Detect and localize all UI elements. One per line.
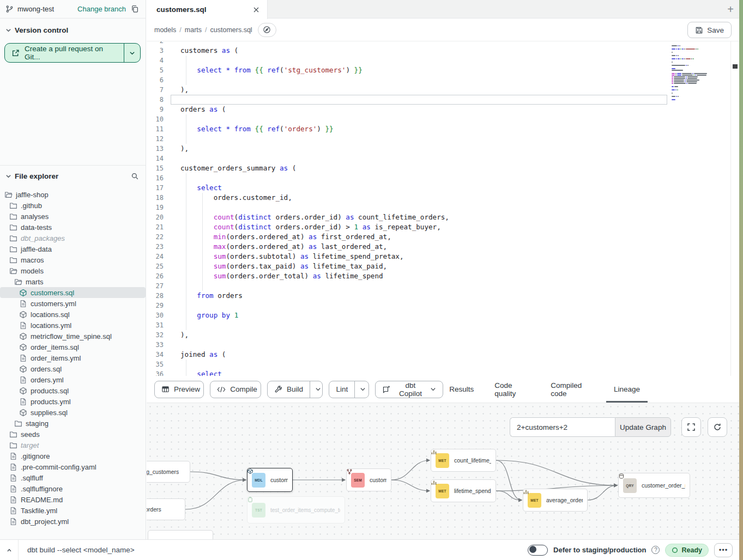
code-line-10[interactable]: 10 <box>147 114 739 124</box>
code-line-6[interactable]: 6 <box>147 75 739 85</box>
code-line-32[interactable]: 32), <box>147 330 739 340</box>
tab-results[interactable]: Results <box>449 376 474 403</box>
build-button[interactable]: Build <box>267 381 323 398</box>
code-line-15[interactable]: 15customer_orders_summary as ( <box>147 163 739 173</box>
preview-button[interactable]: Preview <box>154 381 204 398</box>
expand-command-bar-button[interactable] <box>0 540 19 560</box>
copy-branch-button[interactable] <box>130 4 140 14</box>
editor-scrollbar[interactable] <box>730 41 739 376</box>
lint-options-caret[interactable] <box>354 381 369 398</box>
file-search-button[interactable] <box>130 171 140 181</box>
code-line-26[interactable]: 26 sum(orders.order_total) as lifetime_s… <box>147 271 739 281</box>
tree-item-marts[interactable]: marts <box>0 276 146 287</box>
lineage-node-test_orders[interactable]: TSTtest_order_items_compute_to_bools... <box>247 496 345 524</box>
lineage-node-customer_order_metrics[interactable]: QRYcustomer_order_metrics <box>618 473 690 498</box>
code-line-4[interactable]: 4 <box>147 56 739 65</box>
breadcrumb-marts[interactable]: marts <box>185 26 202 34</box>
code-line-30[interactable]: 30 group by 1 <box>147 311 739 320</box>
breadcrumb-file[interactable]: customers.sql <box>210 26 252 34</box>
explore-docs-button[interactable] <box>258 23 276 37</box>
code-line-18[interactable]: 18 orders.customer_id, <box>147 193 739 203</box>
close-tab-button[interactable] <box>253 7 259 13</box>
tree-item-metricflow-time-spine-sql[interactable]: metricflow_time_spine.sql <box>0 331 146 342</box>
lineage-node-stg_customers[interactable]: stg_customers <box>147 461 190 483</box>
code-line-25[interactable]: 25 sum(orders.tax_paid) as lifetime_tax_… <box>147 261 739 271</box>
tree-item-target[interactable]: target <box>0 440 146 451</box>
refresh-button[interactable] <box>708 417 727 437</box>
minimap[interactable] <box>672 44 716 101</box>
code-line-20[interactable]: 20 count(distinct orders.order_id) as co… <box>147 212 739 222</box>
code-line-11[interactable]: 11 select * from {{ ref('orders') }} <box>147 124 739 134</box>
command-input[interactable]: dbt build --select <model_name> <box>19 546 135 554</box>
tree-item-locations-sql[interactable]: locations.sql <box>0 309 146 320</box>
code-line-31[interactable]: 31 <box>147 320 739 330</box>
tree-item-products-yml[interactable]: products.yml <box>0 396 146 407</box>
tree-item-models[interactable]: models <box>0 265 146 276</box>
tree-item-dbt-project-yml[interactable]: dbt_project.yml <box>0 516 146 527</box>
scrollbar-handle[interactable] <box>733 64 738 69</box>
tab-lineage[interactable]: Lineage <box>614 376 640 403</box>
tree-item--gitignore[interactable]: .gitignore <box>0 451 146 461</box>
lint-button[interactable]: Lint <box>329 381 369 398</box>
lineage-node-orders_src[interactable]: orders <box>147 498 185 520</box>
lineage-node-partial_node[interactable] <box>148 530 213 539</box>
tree-item-jaffle-shop[interactable]: jaffle-shop <box>0 189 146 200</box>
lineage-selector-input[interactable] <box>510 417 615 437</box>
lineage-node-average_order_value[interactable]: METaverage_order_value <box>523 489 588 512</box>
tree-item-analyses[interactable]: analyses <box>0 211 146 222</box>
tree-item-taskfile-yml[interactable]: Taskfile.yml <box>0 505 146 516</box>
status-badge[interactable]: Ready <box>665 544 709 557</box>
code-line-23[interactable]: 23 max(orders.ordered_at) as last_ordere… <box>147 242 739 252</box>
lineage-node-count_lifetime_orders[interactable]: METcount_lifetime_orders <box>431 449 496 472</box>
code-line-24[interactable]: 24 sum(orders.subtotal) as lifetime_spen… <box>147 252 739 261</box>
tree-item-staging[interactable]: staging <box>0 418 146 429</box>
tree-item-jaffle-data[interactable]: jaffle-data <box>0 244 146 254</box>
code-editor[interactable]: 23customers as (45 select * from {{ ref(… <box>147 41 739 376</box>
tree-item-seeds[interactable]: seeds <box>0 429 146 440</box>
code-line-28[interactable]: 28 from orders <box>147 291 739 301</box>
code-line-34[interactable]: 34joined as ( <box>147 350 739 360</box>
code-line-36[interactable]: 36 select <box>147 369 739 376</box>
new-tab-button[interactable]: + <box>723 2 738 16</box>
code-line-5[interactable]: 5 select * from {{ ref('stg_customers') … <box>147 65 739 75</box>
code-line-27[interactable]: 27 <box>147 281 739 291</box>
tree-item-macros[interactable]: macros <box>0 254 146 265</box>
lineage-node-customers_sem[interactable]: SEMcustomers <box>346 468 391 491</box>
build-options-caret[interactable] <box>310 381 323 398</box>
tree-item-order-items-sql[interactable]: order_items.sql <box>0 342 146 352</box>
tree-item-products-sql[interactable]: products.sql <box>0 385 146 396</box>
tree-item-customers-yml[interactable]: customers.yml <box>0 298 146 309</box>
pr-options-caret[interactable] <box>124 44 140 62</box>
file-explorer-header[interactable]: File explorer <box>0 166 146 185</box>
code-line-19[interactable]: 19 <box>147 203 739 212</box>
tree-item--sqlfluffignore[interactable]: .sqlfluffignore <box>0 483 146 494</box>
tree-item-orders-yml[interactable]: orders.yml <box>0 374 146 385</box>
lineage-canvas[interactable]: Update Graph stg_customersordersMDLcusto… <box>147 403 739 539</box>
lineage-node-customers_mdl[interactable]: MDLcustomers <box>247 468 293 492</box>
code-line-9[interactable]: 9orders as ( <box>147 105 739 114</box>
fullscreen-button[interactable] <box>681 417 701 437</box>
code-line-21[interactable]: 21 count(distinct orders.order_id) > 1 a… <box>147 222 739 232</box>
create-pr-button[interactable]: Create a pull request on Git... <box>4 43 141 63</box>
tree-item-dbt-packages[interactable]: dbt_packages <box>0 233 146 244</box>
code-line-14[interactable]: 14 <box>147 154 739 163</box>
help-icon[interactable]: ? <box>651 546 660 554</box>
tree-item-supplies-sql[interactable]: supplies.sql <box>0 407 146 418</box>
tree-item-data-tests[interactable]: data-tests <box>0 222 146 233</box>
tab-code-quality[interactable]: Code quality <box>494 376 530 403</box>
code-line-22[interactable]: 22 min(orders.ordered_at) as first_order… <box>147 232 739 242</box>
tree-item-customers-sql[interactable]: customers.sql <box>0 287 146 298</box>
tree-item-locations-yml[interactable]: locations.yml <box>0 320 146 331</box>
code-line-35[interactable]: 35 <box>147 360 739 369</box>
tree-item-orders-sql[interactable]: orders.sql <box>0 363 146 374</box>
tree-item--github[interactable]: .github <box>0 200 146 211</box>
code-line-12[interactable]: 12 <box>147 134 739 144</box>
compile-button[interactable]: Compile <box>210 381 261 398</box>
tree-item--sqlfluff[interactable]: .sqlfluff <box>0 472 146 483</box>
lineage-node-lifetime_spend_pretax[interactable]: METlifetime_spend_pretax <box>431 479 496 502</box>
tab-compiled-code[interactable]: Compiled code <box>551 376 593 403</box>
code-line-2[interactable]: 2 <box>147 41 739 46</box>
code-line-29[interactable]: 29 <box>147 301 739 311</box>
update-graph-button[interactable]: Update Graph <box>615 417 671 437</box>
defer-toggle[interactable] <box>528 545 548 556</box>
